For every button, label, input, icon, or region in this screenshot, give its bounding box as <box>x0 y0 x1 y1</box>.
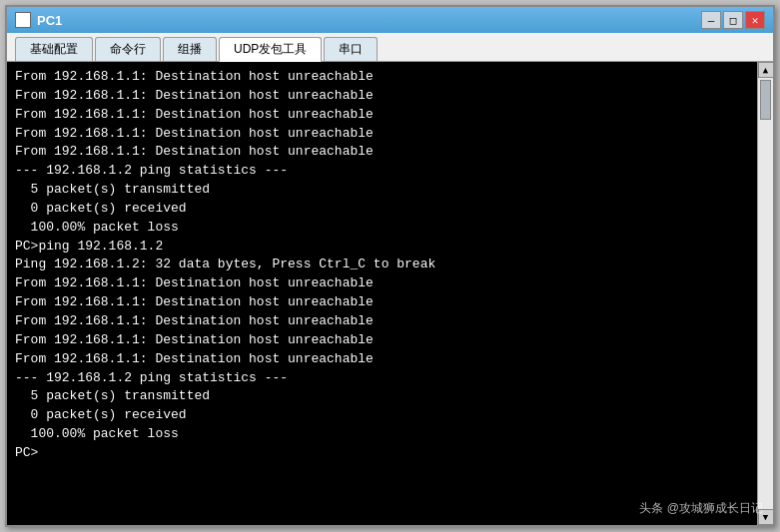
main-window: PC1 — □ ✕ 基础配置 命令行 组播 UDP发包工具 串口 From 19… <box>5 5 775 527</box>
terminal-line: 5 packet(s) transmitted <box>15 181 749 200</box>
terminal-line: PC>ping 192.168.1.2 <box>15 238 749 257</box>
terminal-line: From 192.168.1.1: Destination host unrea… <box>15 350 749 369</box>
window-icon <box>15 12 31 28</box>
tab-command-line[interactable]: 命令行 <box>95 37 161 61</box>
content-area: From 192.168.1.1: Destination host unrea… <box>7 62 773 525</box>
title-buttons: — □ ✕ <box>701 11 765 29</box>
tab-basic-config[interactable]: 基础配置 <box>15 37 93 61</box>
terminal-line: Ping 192.168.1.2: 32 data bytes, Press C… <box>15 256 749 274</box>
close-button[interactable]: ✕ <box>745 11 765 29</box>
terminal-line: 100.00% packet loss <box>15 425 749 444</box>
terminal-line: From 192.168.1.1: Destination host unrea… <box>15 87 749 106</box>
scrollbar-thumb[interactable] <box>760 80 771 120</box>
terminal-line: From 192.168.1.1: Destination host unrea… <box>15 106 749 125</box>
terminal-line: From 192.168.1.1: Destination host unrea… <box>15 68 749 87</box>
terminal-line: PC> <box>15 444 749 463</box>
terminal-line: 5 packet(s) transmitted <box>15 387 749 406</box>
terminal-line: From 192.168.1.1: Destination host unrea… <box>15 125 749 144</box>
scrollbar[interactable]: ▲ ▼ <box>757 62 773 525</box>
terminal-line: From 192.168.1.1: Destination host unrea… <box>15 331 749 350</box>
tab-bar: 基础配置 命令行 组播 UDP发包工具 串口 <box>7 33 773 62</box>
terminal-line: 100.00% packet loss <box>15 219 749 238</box>
terminal-line: --- 192.168.1.2 ping statistics --- <box>15 369 749 388</box>
terminal-line: From 192.168.1.1: Destination host unrea… <box>15 143 749 162</box>
tab-multicast[interactable]: 组播 <box>163 37 217 61</box>
terminal-line: 0 packet(s) received <box>15 200 749 219</box>
terminal-output[interactable]: From 192.168.1.1: Destination host unrea… <box>7 62 757 525</box>
title-bar: PC1 — □ ✕ <box>7 7 773 33</box>
terminal-line: --- 192.168.1.2 ping statistics --- <box>15 162 749 181</box>
terminal-line: From 192.168.1.1: Destination host unrea… <box>15 293 749 312</box>
tab-serial[interactable]: 串口 <box>324 37 378 61</box>
window-title: PC1 <box>37 13 62 28</box>
terminal-line: From 192.168.1.1: Destination host unrea… <box>15 312 749 331</box>
minimize-button[interactable]: — <box>701 11 721 29</box>
scroll-up-button[interactable]: ▲ <box>758 62 774 78</box>
scrollbar-track[interactable] <box>758 78 773 509</box>
tab-udp-tool[interactable]: UDP发包工具 <box>219 37 322 62</box>
scroll-down-button[interactable]: ▼ <box>758 509 774 525</box>
title-bar-left: PC1 <box>15 12 62 28</box>
terminal-line: 0 packet(s) received <box>15 406 749 425</box>
maximize-button[interactable]: □ <box>723 11 743 29</box>
terminal-line: From 192.168.1.1: Destination host unrea… <box>15 274 749 293</box>
